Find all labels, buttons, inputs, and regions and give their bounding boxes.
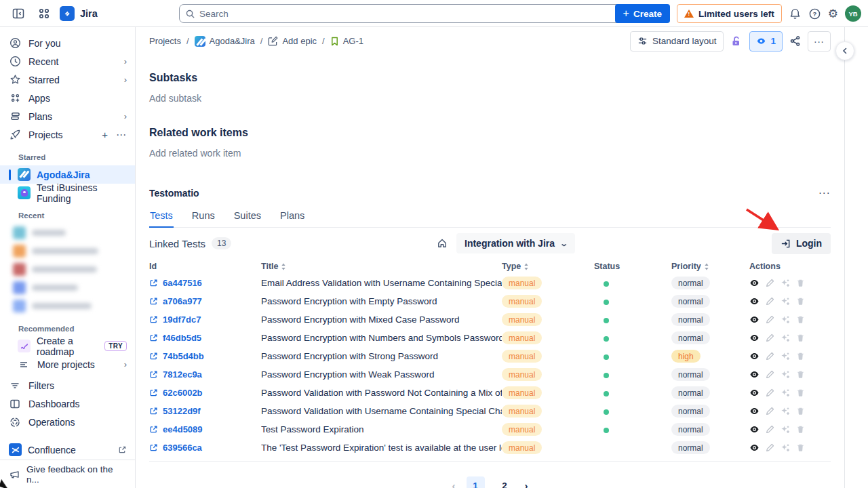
test-id-link[interactable]: 639566ca [149,443,261,453]
feedback-button[interactable]: Give feedback on the n... [0,460,135,488]
edit-test-icon[interactable] [766,352,774,361]
delete-test-icon[interactable] [796,443,805,452]
test-title[interactable]: Password Validation with Username Contai… [261,406,502,416]
sidebar-item-projects[interactable]: Projects + ⋯ [0,125,135,144]
testomatio-more-button[interactable]: ... [818,184,831,202]
delete-test-icon[interactable] [796,297,805,306]
test-title[interactable]: Password Validation with Password Not Co… [261,388,502,398]
add-project-icon[interactable]: + [102,129,108,141]
test-id-link[interactable]: f46db5d5 [149,333,261,343]
page-more-button[interactable]: ... [808,31,831,52]
test-id-link[interactable]: 7812ec9a [149,369,261,380]
add-related-work-button[interactable]: Add related work item [149,148,831,159]
help-button[interactable]: ? [808,7,821,20]
sidebar-item-create-roadmap[interactable]: Create a roadmap TRY [0,337,135,355]
sidebar-item-operations[interactable]: Operations [0,413,135,431]
notifications-button[interactable] [789,7,802,20]
edit-test-icon[interactable] [766,407,774,415]
ai-sparkles-icon[interactable] [781,279,790,288]
view-test-icon[interactable] [749,406,760,416]
testomatio-tab[interactable]: Tests [149,209,174,228]
edit-test-icon[interactable] [766,388,774,397]
delete-test-icon[interactable] [796,315,805,324]
test-title[interactable]: Password Encryption with Weak Password [261,369,502,380]
page-number-button[interactable]: 2 [496,476,514,488]
recent-item-blurred[interactable] [0,297,135,315]
test-title[interactable]: Password Encryption with Numbers and Sym… [261,333,502,343]
create-button[interactable]: + Create [615,4,670,23]
share-button[interactable] [789,35,801,47]
delete-test-icon[interactable] [796,370,805,379]
ai-sparkles-icon[interactable] [781,370,790,380]
recent-item-blurred[interactable] [0,279,135,297]
test-title[interactable]: Password Encryption with Empty Password [261,296,502,306]
test-id-link[interactable]: 62c6002b [149,388,261,398]
test-id-link[interactable]: 53122d9f [149,406,261,416]
view-test-icon[interactable] [749,296,760,306]
ai-sparkles-icon[interactable] [781,333,790,343]
sidebar-project-agoda-jira[interactable]: Agoda&Jira [0,165,135,184]
app-switcher-button[interactable] [38,7,50,20]
test-title[interactable]: The 'Test Password Expiration' test is a… [261,443,502,453]
test-id-link[interactable]: 6a447516 [149,278,261,288]
test-id-link[interactable]: 19df7dc7 [149,314,261,325]
edit-test-icon[interactable] [766,370,774,379]
collapse-panel-button[interactable] [835,41,854,60]
recent-item-blurred[interactable] [0,260,135,279]
ai-sparkles-icon[interactable] [781,443,790,453]
sidebar-project-ibusiness[interactable]: Test iBusiness Funding [0,184,135,202]
recent-item-blurred[interactable] [0,242,135,260]
view-test-icon[interactable] [749,388,760,398]
edit-test-icon[interactable] [766,315,774,324]
delete-test-icon[interactable] [796,279,805,287]
view-test-icon[interactable] [749,369,760,380]
column-header[interactable]: Type [502,262,594,271]
test-title[interactable]: Password Encryption with Strong Password [261,351,502,361]
view-test-icon[interactable] [749,333,760,343]
search-input[interactable] [199,9,618,19]
login-button[interactable]: Login [772,233,831,254]
view-test-icon[interactable] [749,278,760,288]
page-number-button[interactable]: 1 [467,476,485,488]
add-subtask-button[interactable]: Add subtask [149,93,831,104]
column-header[interactable]: Actions [749,262,831,271]
sidebar-item-filters[interactable]: Filters [0,376,135,394]
test-id-link[interactable]: ee4d5089 [149,424,261,434]
breadcrumb-project[interactable]: Agoda&Jira [195,36,255,47]
global-search[interactable] [179,4,624,23]
ai-sparkles-icon[interactable] [781,315,790,325]
view-test-icon[interactable] [749,351,760,361]
breadcrumb-issue[interactable]: AG-1 [330,36,363,46]
standard-layout-button[interactable]: Standard layout [630,31,724,52]
edit-test-icon[interactable] [766,279,774,287]
view-test-icon[interactable] [749,314,760,325]
test-id-link[interactable]: a706a977 [149,296,261,306]
limited-users-button[interactable]: Limited users left [677,4,782,23]
testomatio-tab[interactable]: Plans [279,209,305,228]
recent-item-blurred[interactable] [0,224,135,242]
test-id-link[interactable]: 74b5d4bb [149,351,261,361]
sidebar-item-assets[interactable]: Assets [0,459,135,460]
jira-home-link[interactable]: Jira [60,6,98,21]
sidebar-item-plans[interactable]: Plans › [0,107,135,125]
sidebar-collapse-button[interactable] [8,3,28,24]
sidebar-item-apps[interactable]: Apps [0,89,135,107]
sidebar-item-starred[interactable]: Starred › [0,70,135,89]
projects-more-icon[interactable]: ⋯ [116,129,127,141]
breadcrumb-add-epic[interactable]: Add epic [268,36,317,46]
project-dropdown[interactable]: Integration with Jira ⌄ [456,233,575,253]
prev-page-button[interactable]: ‹ [452,480,456,488]
delete-test-icon[interactable] [796,333,805,342]
edit-test-icon[interactable] [766,425,774,434]
ai-sparkles-icon[interactable] [781,388,790,398]
ai-sparkles-icon[interactable] [781,352,790,361]
column-header[interactable]: Status [594,262,671,271]
delete-test-icon[interactable] [796,388,805,397]
edit-test-icon[interactable] [766,333,774,342]
testomatio-tab[interactable]: Suites [233,209,262,228]
watchers-button[interactable]: 1 [749,31,783,52]
delete-test-icon[interactable] [796,425,805,434]
sidebar-item-for-you[interactable]: For you [0,34,135,52]
user-avatar[interactable]: YB [845,5,861,22]
view-test-icon[interactable] [749,443,760,453]
